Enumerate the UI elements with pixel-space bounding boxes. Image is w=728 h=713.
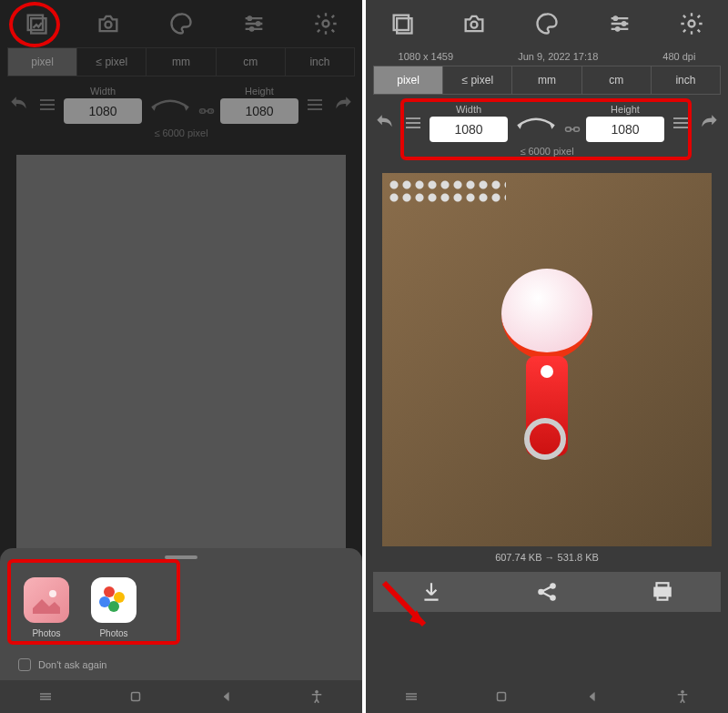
gallery-icon[interactable] xyxy=(24,11,49,36)
unit-tabs: pixel ≤ pixel mm cm inch xyxy=(373,66,721,95)
size-limit: ≤ 6000 pixel xyxy=(0,127,362,138)
back-icon[interactable] xyxy=(584,688,601,705)
camera-icon[interactable] xyxy=(461,11,487,36)
svg-point-6 xyxy=(323,21,329,27)
camera-icon[interactable] xyxy=(96,11,121,36)
redo-icon[interactable] xyxy=(331,93,355,117)
unit-mm[interactable]: mm xyxy=(512,66,581,94)
palette-icon[interactable] xyxy=(534,11,560,36)
home-icon[interactable] xyxy=(493,688,510,705)
unit-cm[interactable]: cm xyxy=(582,66,652,94)
menu-icon[interactable] xyxy=(402,114,424,132)
unit-inch[interactable]: inch xyxy=(652,66,720,94)
menu-icon[interactable] xyxy=(304,96,326,114)
swap-arrows-icon[interactable] xyxy=(147,97,193,113)
link-icon[interactable] xyxy=(198,103,215,119)
image-info: 1080 x 1459 Jun 9, 2022 17:18 480 dpi xyxy=(366,47,728,66)
app-google-photos[interactable]: Photos xyxy=(91,577,136,638)
info-dims: 1080 x 1459 xyxy=(399,51,454,62)
gear-icon[interactable] xyxy=(313,11,339,36)
filesize-info: 607.74 KB → 531.8 KB xyxy=(366,552,728,563)
link-icon[interactable] xyxy=(564,121,581,138)
unit-cm[interactable]: cm xyxy=(217,48,286,76)
height-label: Height xyxy=(245,86,274,97)
home-icon[interactable] xyxy=(127,688,144,705)
app-photos-gallery[interactable]: Photos xyxy=(24,577,69,638)
swap-arrows-icon[interactable] xyxy=(513,115,559,131)
menu-icon[interactable] xyxy=(36,96,58,114)
unit-mm[interactable]: mm xyxy=(147,48,216,76)
redo-icon[interactable] xyxy=(697,111,721,135)
recent-apps-icon[interactable] xyxy=(403,688,420,705)
unit-pixel[interactable]: pixel xyxy=(374,66,443,94)
svg-point-5 xyxy=(249,27,254,32)
info-date: Jun 9, 2022 17:18 xyxy=(518,51,598,62)
height-input[interactable] xyxy=(586,117,664,142)
size-row: Width Height xyxy=(366,95,728,142)
back-icon[interactable] xyxy=(218,688,235,705)
svg-point-18 xyxy=(689,21,695,27)
gallery-icon[interactable] xyxy=(389,11,415,36)
svg-point-9 xyxy=(49,590,56,597)
android-navbar xyxy=(0,680,362,713)
download-icon[interactable] xyxy=(420,580,443,604)
android-navbar xyxy=(366,680,728,713)
print-icon[interactable] xyxy=(651,580,674,604)
top-toolbar xyxy=(0,0,362,47)
unit-pixel[interactable]: pixel xyxy=(8,48,77,76)
svg-point-28 xyxy=(682,690,684,693)
app-label: Photos xyxy=(32,628,60,638)
photos-pink-icon xyxy=(24,577,69,623)
unit-lte-pixel[interactable]: ≤ pixel xyxy=(443,66,512,94)
svg-point-2 xyxy=(106,22,112,28)
action-bar xyxy=(373,572,721,612)
loaded-image xyxy=(382,173,712,546)
info-dpi: 480 dpi xyxy=(662,51,695,62)
dont-ask-again[interactable]: Don't ask again xyxy=(15,658,348,671)
app-picker-sheet: Photos Photos Don't ask again xyxy=(0,548,362,680)
image-canvas[interactable] xyxy=(382,173,712,546)
svg-rect-26 xyxy=(658,594,668,600)
sliders-icon[interactable] xyxy=(607,11,632,36)
unit-inch[interactable]: inch xyxy=(286,48,354,76)
palette-icon[interactable] xyxy=(168,11,194,36)
sliders-icon[interactable] xyxy=(241,11,267,36)
size-row: Width Height xyxy=(0,76,362,124)
app-label: Photos xyxy=(99,628,127,638)
undo-icon[interactable] xyxy=(373,111,397,135)
svg-point-3 xyxy=(248,16,252,21)
width-label: Width xyxy=(456,104,481,115)
accessibility-icon[interactable] xyxy=(674,688,691,705)
width-input[interactable] xyxy=(430,117,508,142)
checkbox-icon[interactable] xyxy=(18,658,31,671)
svg-rect-10 xyxy=(132,693,140,701)
width-label: Width xyxy=(90,86,116,97)
top-toolbar xyxy=(366,0,728,47)
recent-apps-icon[interactable] xyxy=(37,688,54,705)
unit-tabs: pixel ≤ pixel mm cm inch xyxy=(7,47,355,76)
sheet-handle[interactable] xyxy=(165,555,197,559)
svg-point-4 xyxy=(256,22,260,26)
svg-point-11 xyxy=(316,690,318,693)
svg-point-15 xyxy=(613,16,618,21)
svg-point-17 xyxy=(615,27,620,32)
svg-rect-27 xyxy=(498,693,506,701)
share-icon[interactable] xyxy=(535,580,559,604)
unit-lte-pixel[interactable]: ≤ pixel xyxy=(77,48,147,76)
width-input[interactable] xyxy=(64,98,142,124)
gear-icon[interactable] xyxy=(679,11,704,36)
menu-icon[interactable] xyxy=(670,114,692,132)
height-input[interactable] xyxy=(220,98,298,124)
google-photos-icon xyxy=(91,577,136,623)
accessibility-icon[interactable] xyxy=(308,688,325,705)
size-limit: ≤ 6000 pixel xyxy=(366,146,728,157)
height-label: Height xyxy=(611,104,640,115)
undo-icon[interactable] xyxy=(7,93,31,117)
svg-point-14 xyxy=(471,22,478,28)
svg-point-16 xyxy=(622,22,626,26)
